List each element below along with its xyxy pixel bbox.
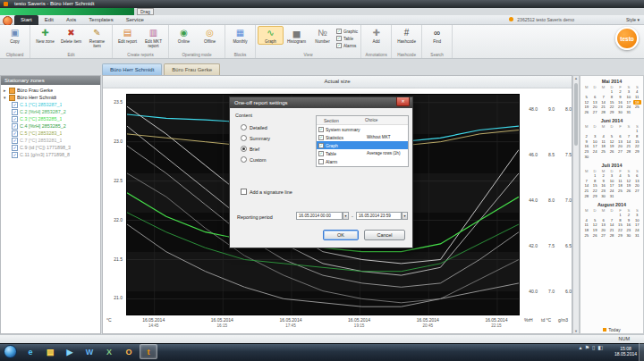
doc-tab-b-ro-frau-gerke[interactable]: Büro Frau Gerke <box>164 63 220 75</box>
alarms-toggle[interactable]: ✓Alarms <box>336 43 358 48</box>
tree-root-b-ro-herr-schmidt[interactable]: ▾Büro Herr Schmidt <box>1 94 100 101</box>
show-desktop-button[interactable] <box>639 343 644 361</box>
tree-item-c-11-g-m3-1771898-8[interactable]: ✓C.11 [g/m3] 1771898_8 <box>1 151 100 158</box>
calendar-day[interactable]: 26 <box>582 110 590 115</box>
network-icon[interactable]: ▯ <box>592 344 595 350</box>
internet-explorer-icon[interactable]: e <box>21 344 39 359</box>
edit-report-button[interactable]: ▤Edit report <box>114 26 140 45</box>
calendar-day[interactable]: 26 <box>590 233 598 239</box>
calendar-day[interactable]: 31 <box>633 233 641 239</box>
checkbox-icon[interactable]: ✓ <box>12 138 18 144</box>
dialog-titlebar[interactable]: One-off report settings <box>230 97 412 108</box>
calendar-day[interactable]: 30 <box>582 155 590 160</box>
rename-item-button[interactable]: ✎Rename item <box>84 26 110 49</box>
tray-expand-icon[interactable]: ▴ <box>580 344 582 350</box>
content-option-brief[interactable]: Brief <box>241 146 259 152</box>
tree-root-b-ro-frau-gerke[interactable]: ▸Büro Frau Gerke <box>1 87 100 94</box>
online-button[interactable]: ◉Online <box>171 26 197 45</box>
zoom-level-button[interactable]: Actual size <box>103 76 572 88</box>
checkbox-icon[interactable]: ✓ <box>12 102 18 108</box>
testo-saveris-icon[interactable]: t <box>140 344 157 359</box>
calendar-day[interactable]: 29 <box>616 233 624 239</box>
media-player-icon[interactable]: ▶ <box>61 344 79 359</box>
calendar-day[interactable]: 30 <box>624 233 632 239</box>
taskbar-clock[interactable]: 15:08 18.05.2014 <box>614 346 637 357</box>
edit-mkt-report-button[interactable]: ▥Edit MKT report <box>140 26 166 49</box>
outlook-icon[interactable]: O <box>120 344 138 359</box>
word-icon[interactable]: W <box>80 344 98 359</box>
section-row-table[interactable]: ✓TableAverage rows (1h) <box>317 149 408 157</box>
ok-button[interactable]: OK <box>323 230 359 240</box>
signature-checkbox[interactable]: Add a signature line <box>241 189 292 195</box>
volume-icon[interactable]: ◧ <box>597 344 603 350</box>
start-button[interactable] <box>4 345 17 358</box>
hashcode-button[interactable]: #Hashcode <box>394 26 419 45</box>
section-row-graph[interactable]: ✓Graph <box>317 141 408 149</box>
explorer-icon[interactable]: ▤ <box>41 344 59 359</box>
scroll-down-icon[interactable]: ▼ <box>573 329 579 333</box>
copy-button[interactable]: ▣Copy <box>2 26 28 45</box>
calendar-day[interactable]: 31 <box>624 110 632 115</box>
checkbox-icon[interactable]: ✓ <box>12 130 18 137</box>
ribbon-tab-axis[interactable]: Axis <box>60 15 82 25</box>
calendar-day[interactable]: 30 <box>599 194 607 199</box>
calendar-day[interactable]: 29 <box>607 110 615 115</box>
tree-item-c-1-c-2853287-1[interactable]: ✓C.1 [°C] 2853287_1 <box>1 101 100 108</box>
checkbox-icon[interactable]: ✓ <box>12 145 18 151</box>
ribbon-tab-start[interactable]: Start <box>14 15 38 25</box>
calendar-day[interactable]: 11 <box>633 95 641 100</box>
histogram-button[interactable]: ▅Histogram <box>284 26 309 45</box>
period-from-dropdown-icon[interactable]: ▾ <box>343 212 349 220</box>
tree-item-c-4-rh-2853285-2[interactable]: ✓C.4 [%rH] 2853285_2 <box>1 122 100 130</box>
content-option-custom[interactable]: Custom <box>241 156 267 163</box>
number-button[interactable]: №Number <box>309 26 335 45</box>
content-option-summary[interactable]: Summary <box>241 135 270 141</box>
checkbox-icon[interactable]: ✓ <box>12 123 18 130</box>
excel-icon[interactable]: X <box>100 344 118 359</box>
calendar-today-button[interactable]: Today <box>580 327 643 332</box>
checkbox-icon[interactable]: ✓ <box>12 152 18 158</box>
style-button[interactable]: Style ▾ <box>626 16 640 24</box>
scroll-up-icon[interactable]: ▲ <box>573 76 579 80</box>
checkbox-icon[interactable]: ✓ <box>12 109 18 115</box>
graph-button[interactable]: ∿Graph <box>258 26 284 45</box>
ribbon-tab-service[interactable]: Service <box>120 15 150 25</box>
calendar-day[interactable]: 27 <box>599 233 607 239</box>
add-button[interactable]: ✚Add <box>363 26 389 45</box>
cancel-button[interactable]: Cancel <box>364 230 405 240</box>
scrollbar-thumb[interactable] <box>574 83 578 146</box>
ribbon-tab-edit[interactable]: Edit <box>38 15 60 25</box>
tree-item-c-7-c-2853281-1[interactable]: ✓C.7 [°C] 2853281_1 <box>1 137 100 144</box>
tree-item-c-2-rh-2853287-2[interactable]: ✓C.2 [%rH] 2853287_2 <box>1 108 100 115</box>
vertical-scrollbar[interactable]: ▲ ▼ <box>572 75 580 334</box>
calendar-day[interactable]: 27 <box>590 110 598 115</box>
period-from-field[interactable]: 16.05.2014 00:00 <box>296 212 343 220</box>
tree-item-c-9-td-c-1771898-3[interactable]: ✓C.9 (td [°C]) 1771898_3 <box>1 144 100 151</box>
table-toggle[interactable]: ✓Table <box>336 36 358 41</box>
content-option-detailed[interactable]: Detailed <box>241 124 267 130</box>
calendar-day[interactable]: 28 <box>599 110 607 115</box>
monthly-button[interactable]: ▦Monthly <box>227 26 253 45</box>
offline-button[interactable]: ◎Offline <box>197 26 223 45</box>
calendar-day[interactable]: 31 <box>607 194 615 199</box>
section-row-system-summary[interactable]: ✓System summary <box>317 125 408 133</box>
calendar-day[interactable]: 28 <box>582 194 590 199</box>
period-to-dropdown-icon[interactable]: ▾ <box>402 212 408 220</box>
section-row-statistics[interactable]: ✓StatisticsWithout MKT <box>317 133 408 141</box>
section-row-alarm[interactable]: Alarm <box>317 157 408 165</box>
doc-tab-b-ro-herr-schmidt[interactable]: Büro Herr Schmidt <box>102 63 162 75</box>
checkbox-icon[interactable]: ✓ <box>12 116 18 122</box>
delete-item-button[interactable]: ✖Delete item <box>58 26 84 45</box>
ribbon-tab-templates[interactable]: Templates <box>82 15 119 25</box>
tree-item-c-5-c-2853283-1[interactable]: ✓C.5 [°C] 2853283_1 <box>1 130 100 137</box>
calendar-day[interactable]: 28 <box>607 233 615 239</box>
tree-item-c-3-c-2853285-1[interactable]: ✓C.3 [°C] 2853285_1 <box>1 115 100 122</box>
new-zone-button[interactable]: ✚New zone <box>32 26 58 45</box>
find-button[interactable]: ∞Find <box>424 26 450 45</box>
calendar-day[interactable]: 30 <box>616 110 624 115</box>
calendar-day[interactable]: 25 <box>582 233 590 239</box>
period-to-field[interactable]: 16.05.2014 23:59 <box>356 212 402 220</box>
graphic-toggle[interactable]: ✓Graphic <box>336 29 358 34</box>
action-center-icon[interactable]: ⚑ <box>585 344 589 350</box>
calendar-day[interactable]: 29 <box>590 194 598 199</box>
